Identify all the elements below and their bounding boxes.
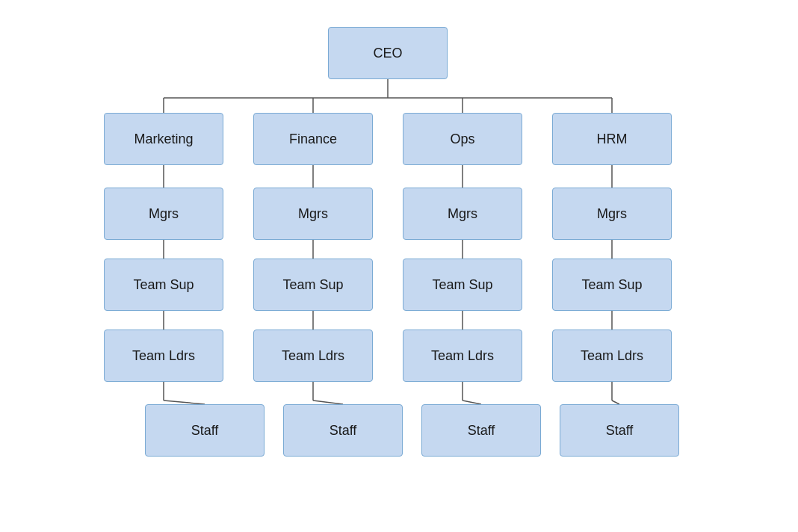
node-mgrs-4: Mgrs xyxy=(552,188,672,240)
node-ops: Ops xyxy=(403,113,522,165)
node-staff-2: Staff xyxy=(283,404,403,457)
node-mgrs-2: Mgrs xyxy=(253,188,373,240)
node-finance: Finance xyxy=(253,113,373,165)
node-staff-1: Staff xyxy=(145,404,265,457)
node-teamsup-1: Team Sup xyxy=(104,259,223,311)
org-chart: CEO Marketing Finance Ops HRM Mgrs Mgrs … xyxy=(63,12,735,520)
node-marketing: Marketing xyxy=(104,113,223,165)
node-teamsup-3: Team Sup xyxy=(403,259,522,311)
node-hrm: HRM xyxy=(552,113,672,165)
node-staff-3: Staff xyxy=(421,404,541,457)
node-teamldrs-4: Team Ldrs xyxy=(552,330,672,382)
node-mgrs-3: Mgrs xyxy=(403,188,522,240)
node-teamldrs-3: Team Ldrs xyxy=(403,330,522,382)
node-staff-4: Staff xyxy=(560,404,679,457)
node-mgrs-1: Mgrs xyxy=(104,188,223,240)
node-teamldrs-2: Team Ldrs xyxy=(253,330,373,382)
node-teamldrs-1: Team Ldrs xyxy=(104,330,223,382)
node-ceo: CEO xyxy=(328,27,448,79)
node-teamsup-2: Team Sup xyxy=(253,259,373,311)
node-teamsup-4: Team Sup xyxy=(552,259,672,311)
